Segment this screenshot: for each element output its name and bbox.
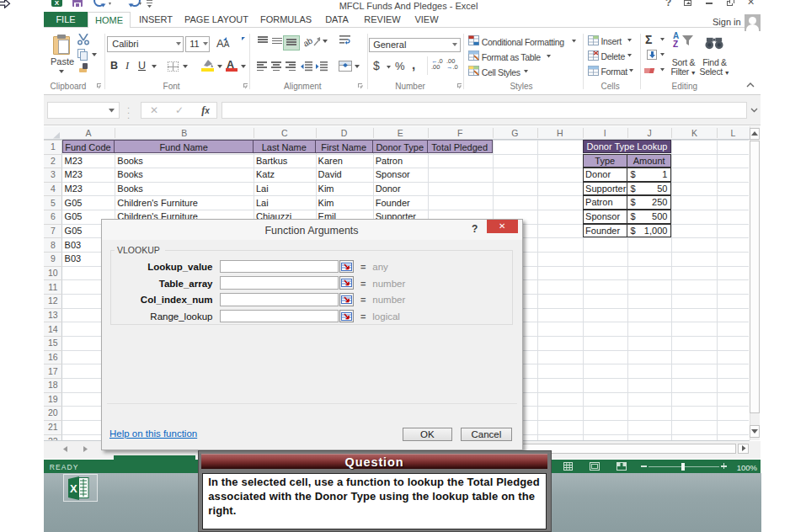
svg-text:X: X bbox=[70, 482, 77, 495]
svg-text:ab: ab bbox=[304, 35, 314, 47]
